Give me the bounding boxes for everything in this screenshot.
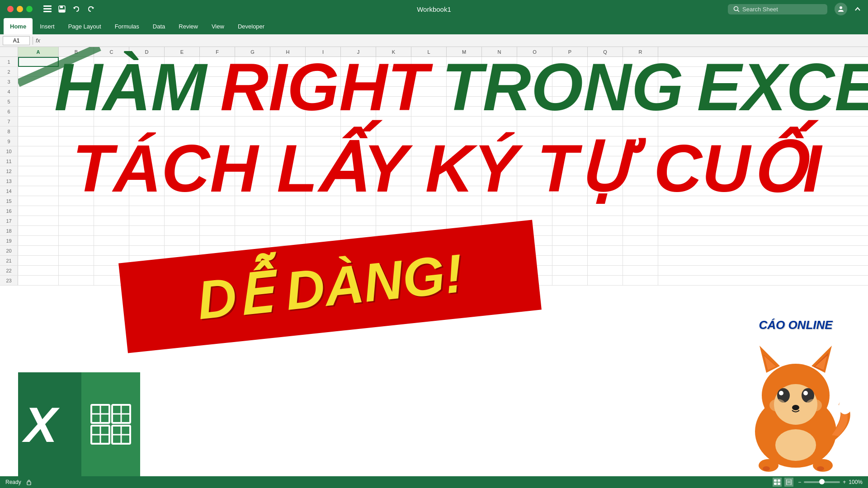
cell-G4[interactable]: [235, 87, 270, 97]
cell-A6[interactable]: [18, 107, 59, 117]
cell-P13[interactable]: [552, 176, 588, 186]
cell-Q14[interactable]: [588, 186, 623, 196]
cell-M12[interactable]: [447, 166, 482, 176]
cell-R18[interactable]: [623, 226, 658, 236]
cell-M23[interactable]: [447, 276, 482, 286]
cell-K4[interactable]: [376, 87, 411, 97]
col-header-R[interactable]: R: [623, 47, 658, 56]
col-header-K[interactable]: K: [376, 47, 411, 56]
cell-C22[interactable]: [94, 266, 129, 276]
cell-N19[interactable]: [482, 236, 517, 246]
cell-I17[interactable]: [306, 216, 341, 226]
cell-O4[interactable]: [517, 87, 552, 97]
cell-G19[interactable]: [235, 236, 270, 246]
cell-H10[interactable]: [270, 146, 306, 156]
cell-O22[interactable]: [517, 266, 552, 276]
cell-N23[interactable]: [482, 276, 517, 286]
cell-O6[interactable]: [517, 107, 552, 117]
cell-A21[interactable]: [18, 256, 59, 266]
cell-N14[interactable]: [482, 186, 517, 196]
cell-N20[interactable]: [482, 246, 517, 256]
cell-G1[interactable]: [235, 57, 270, 67]
cell-R7[interactable]: [623, 117, 658, 127]
cell-Q21[interactable]: [588, 256, 623, 266]
cell-O11[interactable]: [517, 156, 552, 166]
cell-O13[interactable]: [517, 176, 552, 186]
cell-R6[interactable]: [623, 107, 658, 117]
cell-R8[interactable]: [623, 127, 658, 136]
col-header-A[interactable]: A: [18, 47, 59, 56]
cell-R10[interactable]: [623, 146, 658, 156]
cell-F20[interactable]: [200, 246, 235, 256]
col-header-J[interactable]: J: [341, 47, 376, 56]
cell-I7[interactable]: [306, 117, 341, 127]
cell-B18[interactable]: [59, 226, 94, 236]
cell-C19[interactable]: [94, 236, 129, 246]
cell-J21[interactable]: [341, 256, 376, 266]
cell-Q9[interactable]: [588, 136, 623, 146]
cell-Q19[interactable]: [588, 236, 623, 246]
cell-E4[interactable]: [165, 87, 200, 97]
cell-N18[interactable]: [482, 226, 517, 236]
cell-B10[interactable]: [59, 146, 94, 156]
cell-R15[interactable]: [623, 196, 658, 206]
cell-I20[interactable]: [306, 246, 341, 256]
cell-J10[interactable]: [341, 146, 376, 156]
cell-N6[interactable]: [482, 107, 517, 117]
cell-F22[interactable]: [200, 266, 235, 276]
cell-O8[interactable]: [517, 127, 552, 136]
cell-K1[interactable]: [376, 57, 411, 67]
cell-R2[interactable]: [623, 67, 658, 77]
cell-P5[interactable]: [552, 97, 588, 107]
cell-J23[interactable]: [341, 276, 376, 286]
cell-B17[interactable]: [59, 216, 94, 226]
cell-F23[interactable]: [200, 276, 235, 286]
cell-R16[interactable]: [623, 206, 658, 216]
cell-N8[interactable]: [482, 127, 517, 136]
cell-O1[interactable]: [517, 57, 552, 67]
cell-G7[interactable]: [235, 117, 270, 127]
cell-L22[interactable]: [411, 266, 447, 276]
cell-G14[interactable]: [235, 186, 270, 196]
cell-A2[interactable]: [18, 67, 59, 77]
cell-F10[interactable]: [200, 146, 235, 156]
cell-Q17[interactable]: [588, 216, 623, 226]
cell-J19[interactable]: [341, 236, 376, 246]
cell-K9[interactable]: [376, 136, 411, 146]
col-header-Q[interactable]: Q: [588, 47, 623, 56]
cell-D22[interactable]: [129, 266, 165, 276]
cell-L20[interactable]: [411, 246, 447, 256]
cell-I1[interactable]: [306, 57, 341, 67]
cell-P18[interactable]: [552, 226, 588, 236]
cell-D7[interactable]: [129, 117, 165, 127]
cell-R11[interactable]: [623, 156, 658, 166]
save-icon[interactable]: [58, 5, 66, 13]
cell-L23[interactable]: [411, 276, 447, 286]
col-header-B[interactable]: B: [59, 47, 94, 56]
cell-B21[interactable]: [59, 256, 94, 266]
cell-A13[interactable]: [18, 176, 59, 186]
cell-K14[interactable]: [376, 186, 411, 196]
cell-F4[interactable]: [200, 87, 235, 97]
cell-C13[interactable]: [94, 176, 129, 186]
cell-F15[interactable]: [200, 196, 235, 206]
cell-K3[interactable]: [376, 77, 411, 87]
cell-B11[interactable]: [59, 156, 94, 166]
cell-C15[interactable]: [94, 196, 129, 206]
cell-E20[interactable]: [165, 246, 200, 256]
cell-C12[interactable]: [94, 166, 129, 176]
cell-E15[interactable]: [165, 196, 200, 206]
cell-F2[interactable]: [200, 67, 235, 77]
cell-P16[interactable]: [552, 206, 588, 216]
cell-I3[interactable]: [306, 77, 341, 87]
cell-G17[interactable]: [235, 216, 270, 226]
cell-H21[interactable]: [270, 256, 306, 266]
cell-N5[interactable]: [482, 97, 517, 107]
cell-H4[interactable]: [270, 87, 306, 97]
cell-Q1[interactable]: [588, 57, 623, 67]
cell-J8[interactable]: [341, 127, 376, 136]
cell-G23[interactable]: [235, 276, 270, 286]
cell-P6[interactable]: [552, 107, 588, 117]
cell-M20[interactable]: [447, 246, 482, 256]
cell-O23[interactable]: [517, 276, 552, 286]
